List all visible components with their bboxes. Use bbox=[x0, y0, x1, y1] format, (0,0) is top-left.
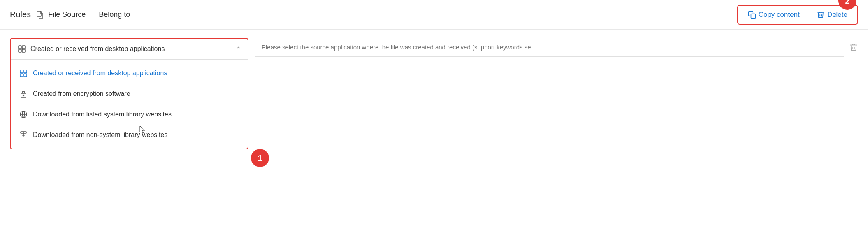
trash-row-icon bbox=[849, 43, 858, 52]
badge-1: 1 bbox=[251, 149, 269, 167]
svg-rect-2 bbox=[19, 46, 21, 49]
svg-rect-7 bbox=[24, 70, 27, 73]
svg-rect-5 bbox=[22, 49, 25, 52]
chevron-up-icon: ⌃ bbox=[236, 46, 241, 52]
header-left: Rules File Source Belong to bbox=[10, 7, 132, 23]
dropdown-item-system-library[interactable]: Downloaded from listed system library we… bbox=[11, 104, 248, 125]
page-title: Rules bbox=[10, 10, 31, 19]
delete-row-button[interactable] bbox=[849, 43, 858, 52]
svg-rect-4 bbox=[19, 49, 21, 52]
header-actions: Copy content Delete 2 bbox=[737, 5, 858, 25]
svg-rect-3 bbox=[22, 46, 25, 49]
tab-file-source-label: File Source bbox=[48, 10, 86, 19]
rule-row: Created or received from desktop applica… bbox=[10, 38, 858, 149]
desktop-apps-icon bbox=[19, 69, 28, 78]
copy-content-label: Copy content bbox=[759, 11, 800, 19]
trash-icon bbox=[817, 11, 825, 19]
copy-content-button[interactable]: Copy content bbox=[745, 9, 803, 21]
dropdown-container: Created or received from desktop applica… bbox=[10, 38, 248, 149]
copy-icon bbox=[748, 11, 756, 19]
dropdown-item-non-system[interactable]: Downloaded from non-system library websi… bbox=[11, 125, 248, 145]
desktop-apps-label: Created or received from desktop applica… bbox=[33, 70, 167, 77]
svg-rect-9 bbox=[24, 74, 27, 77]
file-source-icon bbox=[36, 10, 45, 19]
trigger-grid-icon bbox=[17, 44, 26, 53]
dropdown-item-desktop-apps[interactable]: Created or received from desktop applica… bbox=[11, 63, 248, 84]
svg-rect-8 bbox=[20, 74, 23, 77]
dropdown-item-encryption[interactable]: Created from encryption software bbox=[11, 84, 248, 104]
dropdown-selected-label: Created or received from desktop applica… bbox=[30, 45, 165, 53]
delete-button[interactable]: Delete bbox=[813, 9, 851, 21]
main-content: Created or received from desktop applica… bbox=[0, 30, 868, 251]
tab-belong-to-label: Belong to bbox=[99, 10, 130, 19]
system-library-label: Downloaded from listed system library we… bbox=[33, 111, 172, 118]
svg-rect-6 bbox=[20, 70, 23, 73]
tab-belong-to[interactable]: Belong to bbox=[97, 7, 132, 22]
badge-2: 2 bbox=[838, 0, 856, 10]
page-container: Rules File Source Belong to bbox=[0, 0, 868, 251]
rule-input-field[interactable] bbox=[255, 38, 844, 57]
download-icon bbox=[19, 130, 28, 139]
encryption-label: Created from encryption software bbox=[33, 90, 130, 98]
non-system-label: Downloaded from non-system library websi… bbox=[33, 131, 167, 139]
dropdown-trigger[interactable]: Created or received from desktop applica… bbox=[11, 39, 248, 60]
globe-icon bbox=[19, 110, 28, 119]
input-area bbox=[255, 38, 858, 57]
header-bar: Rules File Source Belong to bbox=[0, 0, 868, 30]
encryption-icon bbox=[19, 89, 28, 98]
dropdown-menu: Created or received from desktop applica… bbox=[11, 60, 248, 149]
action-divider bbox=[808, 10, 808, 20]
svg-rect-1 bbox=[751, 14, 755, 18]
delete-label: Delete bbox=[827, 11, 847, 19]
svg-point-11 bbox=[23, 95, 24, 96]
header-tabs: File Source Belong to bbox=[34, 7, 132, 23]
tab-file-source[interactable]: File Source bbox=[34, 7, 87, 23]
dropdown-trigger-left: Created or received from desktop applica… bbox=[17, 44, 165, 53]
